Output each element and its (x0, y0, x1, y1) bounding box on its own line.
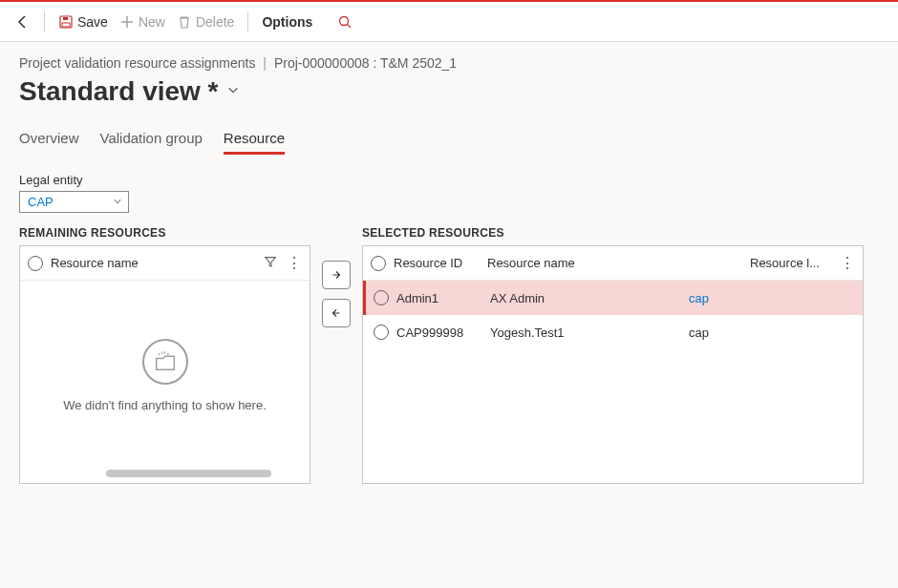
selected-title: SELECTED RESOURCES (362, 226, 864, 240)
cell-resource-legal: cap (689, 326, 765, 340)
remaining-col-name[interactable]: Resource name (51, 256, 139, 270)
new-label: New (139, 14, 165, 30)
separator (44, 11, 45, 32)
move-right-button[interactable] (322, 261, 351, 289)
view-selector-chevron[interactable] (226, 83, 240, 100)
move-buttons (322, 261, 351, 327)
horizontal-scrollbar[interactable] (106, 470, 271, 477)
grids-area: REMAINING RESOURCES Resource name ⋮ (19, 226, 879, 484)
breadcrumb-page: Project validation resource assignments (19, 55, 255, 71)
toolbar: Save New Delete Options (0, 0, 898, 42)
selected-column: SELECTED RESOURCES Resource ID Resource … (362, 226, 864, 484)
remaining-grid: Resource name ⋮ We didn't find anything … (19, 245, 310, 484)
selected-grid-header: Resource ID Resource name Resource l... … (363, 246, 863, 281)
chevron-down-icon (113, 197, 122, 208)
delete-button[interactable]: Delete (171, 10, 240, 33)
row-radio[interactable] (374, 325, 389, 340)
tabs: Overview Validation group Resource (19, 124, 879, 156)
selected-col-name[interactable]: Resource name (487, 256, 678, 270)
selected-rows: Admin1AX AdmincapCAP999998Yogesh.Test1ca… (363, 281, 863, 349)
content: Project validation resource assignments … (0, 42, 898, 484)
filter-icon[interactable] (264, 255, 277, 272)
legal-entity-field: Legal entity CAP (19, 173, 879, 213)
tab-validation-group[interactable]: Validation group (100, 124, 203, 155)
cell-resource-id: Admin1 (396, 291, 482, 305)
cell-resource-legal[interactable]: cap (689, 291, 765, 305)
svg-rect-1 (62, 23, 70, 27)
save-label: Save (77, 14, 108, 30)
selected-col-legal[interactable]: Resource l... (750, 256, 826, 270)
cell-resource-name: AX Admin (490, 291, 681, 305)
page-title: Standard view * (19, 76, 879, 107)
search-icon (337, 14, 353, 30)
save-button[interactable]: Save (53, 10, 114, 33)
options-label: Options (262, 14, 312, 30)
empty-state: We didn't find anything to show here. (20, 281, 310, 470)
select-all-radio[interactable] (371, 256, 386, 271)
svg-rect-2 (63, 17, 68, 20)
new-button[interactable]: New (114, 10, 171, 33)
tab-resource[interactable]: Resource (224, 124, 285, 155)
selected-grid: Resource ID Resource name Resource l... … (362, 245, 864, 484)
select-all-radio[interactable] (28, 256, 43, 271)
row-radio[interactable] (374, 290, 389, 305)
breadcrumb-separator: | (263, 55, 267, 71)
back-button[interactable] (10, 10, 36, 33)
table-row[interactable]: Admin1AX Admincap (363, 281, 863, 315)
selected-col-id[interactable]: Resource ID (394, 256, 480, 270)
legal-entity-value: CAP (28, 195, 53, 209)
remaining-grid-header: Resource name ⋮ (20, 246, 310, 281)
save-icon (58, 14, 74, 30)
legal-entity-label: Legal entity (19, 173, 879, 187)
trash-icon (177, 14, 192, 30)
cell-resource-name: Yogesh.Test1 (490, 326, 681, 340)
move-left-button[interactable] (322, 299, 351, 327)
empty-state-icon (142, 339, 188, 385)
arrow-left-icon (15, 14, 31, 30)
more-icon[interactable]: ⋮ (287, 254, 302, 272)
legal-entity-select[interactable]: CAP (19, 191, 129, 213)
table-row[interactable]: CAP999998Yogesh.Test1cap (363, 315, 863, 349)
breadcrumb: Project validation resource assignments … (19, 55, 879, 71)
search-button[interactable] (331, 10, 358, 33)
empty-state-message: We didn't find anything to show here. (63, 398, 267, 412)
breadcrumb-context: Proj-000000008 : T&M 2502_1 (274, 55, 457, 71)
page-title-text: Standard view * (19, 76, 219, 107)
remaining-column: REMAINING RESOURCES Resource name ⋮ (19, 226, 310, 484)
separator (247, 11, 248, 32)
tab-overview[interactable]: Overview (19, 124, 79, 155)
options-button[interactable]: Options (256, 10, 318, 33)
delete-label: Delete (196, 14, 234, 30)
more-icon[interactable]: ⋮ (840, 254, 855, 272)
cell-resource-id: CAP999998 (396, 326, 482, 340)
plus-icon (119, 14, 135, 30)
svg-point-3 (340, 16, 349, 25)
remaining-title: REMAINING RESOURCES (19, 226, 310, 240)
